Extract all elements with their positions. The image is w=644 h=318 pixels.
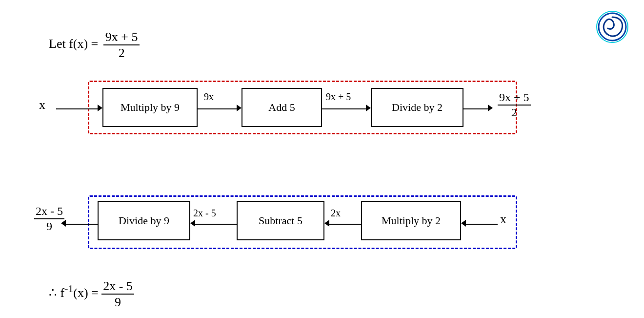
top-arrow-2 (322, 105, 371, 113)
bottom-arrow-2 (190, 220, 237, 229)
top-box-3: Divide by 2 (371, 88, 463, 127)
flow-bottom-diagram: 2x - 5 9 Divide by 9 2x - 5 Subtract 5 (29, 191, 615, 254)
top-arrow-1-label: 9x (204, 91, 214, 103)
bottom-arrow-out (61, 220, 98, 229)
top-arrow-3 (463, 105, 493, 113)
arrow-head-right-2 (366, 105, 371, 113)
bottom-arrow-in (461, 220, 498, 229)
top-box-2: Add 5 (242, 88, 322, 127)
main-container: Let f(x) = 9x + 5 2 x Multiply by 9 9x A… (0, 0, 644, 318)
formula-top-fraction: 9x + 5 2 (103, 29, 140, 61)
formula-top-prefix: Let f(x) = (49, 37, 98, 51)
bottom-box-2: Subtract 5 (237, 201, 324, 240)
arrow-head-left-1 (324, 220, 329, 229)
arrow-head-left-in (461, 220, 466, 229)
arrow-head-right-1 (237, 105, 242, 113)
bottom-output-fraction: 2x - 5 9 (34, 204, 64, 233)
top-input-label: x (39, 98, 45, 112)
top-box-1: Multiply by 9 (102, 88, 198, 127)
bottom-arrow-1-label: 2x (331, 208, 341, 219)
formula-bottom-denominator: 9 (113, 295, 122, 310)
formula-top: Let f(x) = 9x + 5 2 (49, 29, 141, 61)
arrow-head-left-out (61, 220, 66, 229)
top-output-fraction: 9x + 5 2 (498, 90, 531, 120)
arrow-head-left-2 (190, 220, 195, 229)
flow-top-diagram: x Multiply by 9 9x Add 5 9x + 5 Divide b… (29, 76, 615, 139)
formula-bottom-prefix: ∴ f-1(x) = (49, 286, 101, 300)
arrow-head-right-3 (488, 105, 493, 113)
formula-bottom-numerator: 2x - 5 (101, 278, 134, 295)
top-arrow-0 (56, 105, 102, 113)
bottom-arrow-2-label: 2x - 5 (193, 208, 216, 219)
bottom-box-1: Multiply by 2 (361, 201, 461, 240)
formula-top-denominator: 2 (117, 45, 127, 61)
formula-top-numerator: 9x + 5 (103, 29, 140, 45)
arrow-head-right-0 (98, 105, 102, 113)
top-arrow-2-label: 9x + 5 (326, 91, 351, 103)
formula-bottom: ∴ f-1(x) = 2x - 5 9 (49, 278, 134, 310)
top-arrow-1 (198, 105, 242, 113)
logo-icon (595, 10, 629, 44)
bottom-input-label: x (500, 212, 506, 227)
formula-bottom-fraction: 2x - 5 9 (101, 278, 134, 310)
bottom-box-3: Divide by 9 (98, 201, 190, 240)
bottom-arrow-1 (324, 220, 361, 229)
